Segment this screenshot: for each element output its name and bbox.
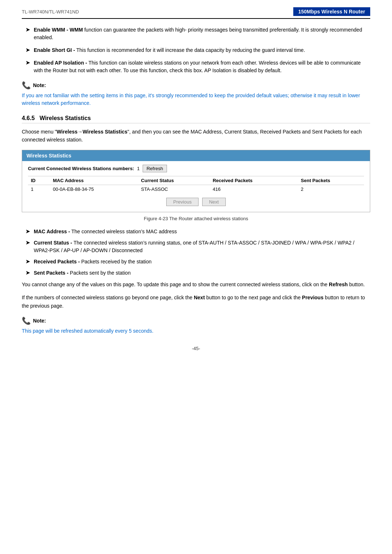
cell-mac: 00-0A-EB-88-34-75 — [50, 185, 138, 193]
desc-arrow-1: ➤ — [25, 228, 30, 235]
ws-nav-row: Previous Next — [28, 198, 364, 206]
refresh-button[interactable]: Refresh — [143, 165, 167, 172]
note-label-2: Note: — [33, 318, 46, 324]
bullet-arrow-2: ➤ — [25, 46, 30, 53]
bullet-term-2: Enable Short GI - — [34, 47, 75, 53]
bullet-item-gi: ➤ Enable Short GI - This function is rec… — [22, 46, 370, 54]
ws-table: ID MAC Address Current Status Received P… — [28, 176, 364, 193]
next-button[interactable]: Next — [202, 198, 226, 206]
desc-item-mac: ➤ MAC Address - The connected wireless s… — [22, 228, 370, 235]
table-header-row: ID MAC Address Current Status Received P… — [28, 176, 364, 185]
bullet-arrow-1: ➤ — [25, 26, 30, 33]
desc-arrow-3: ➤ — [25, 258, 30, 265]
col-recv-header: Received Packets — [210, 176, 298, 185]
table-row: 1 00-0A-EB-88-34-75 STA-ASSOC 416 2 — [28, 185, 364, 193]
body-para-1: You cannot change any of the values on t… — [22, 280, 370, 288]
bullet-section: ➤ Enable WMM - WMM function can guarante… — [22, 26, 370, 74]
col-status-header: Current Status — [138, 176, 210, 185]
note-header-1: 📞 Note: — [22, 81, 370, 90]
bullet-text-2: Enable Short GI - This function is recom… — [34, 46, 305, 54]
bullet-item-wmm: ➤ Enable WMM - WMM function can guarante… — [22, 26, 370, 41]
desc-item-recv: ➤ Received Packets - Packets received by… — [22, 258, 370, 266]
desc-item-status: ➤ Current Status - The connected wireles… — [22, 239, 370, 254]
header-left: TL-WR740N/TL-WR741ND — [22, 9, 79, 15]
cell-id: 1 — [28, 185, 50, 193]
desc-desc-3: Packets received by the station — [80, 259, 152, 264]
bullet-item-isolation: ➤ Enabled AP Isolation - This function c… — [22, 59, 370, 74]
note-text-2: This page will be refreshed automaticall… — [22, 327, 370, 335]
note-header-2: 📞 Note: — [22, 316, 370, 325]
desc-term-2: Current Status - — [34, 240, 72, 246]
bullet-desc-2: This function is recommended for it will… — [75, 47, 305, 53]
ws-stations-label: Current Connected Wireless Stations numb… — [28, 166, 134, 171]
desc-text-3: Received Packets - Packets received by t… — [34, 258, 152, 266]
desc-text-1: MAC Address - The connected wireless sta… — [34, 228, 177, 235]
intro-bold: Wireless→Wireless Statistics — [57, 129, 127, 135]
col-id-header: ID — [28, 176, 50, 185]
desc-arrow-4: ➤ — [25, 269, 30, 276]
section-intro: Choose menu "Wireless→Wireless Statistic… — [22, 128, 370, 144]
section-title: Wireless Statistics — [40, 115, 91, 121]
bold-previous: Previous — [302, 295, 323, 300]
bullet-term-3: Enabled AP Isolation - — [34, 60, 87, 66]
section-heading: 4.6.5 Wireless Statistics — [22, 115, 370, 123]
note-section-2: 📞 Note: This page will be refreshed auto… — [22, 316, 370, 335]
bold-next: Next — [194, 295, 205, 300]
ws-body: Current Connected Wireless Stations numb… — [22, 161, 370, 212]
desc-term-3: Received Packets - — [34, 259, 80, 264]
note-text-1: If you are not familiar with the setting… — [22, 92, 370, 107]
bullet-arrow-3: ➤ — [25, 59, 30, 66]
desc-desc-1: The connected wireless station’s MAC add… — [70, 229, 177, 234]
ws-box-header: Wireless Statistics — [22, 150, 370, 161]
header-right: 150Mbps Wireless N Router — [293, 7, 370, 16]
note-icon-2: 📞 — [22, 316, 31, 325]
page-number: -45- — [22, 346, 370, 351]
note-icon-1: 📞 — [22, 81, 31, 90]
note-label-1: Note: — [33, 82, 46, 88]
desc-desc-4: Packets sent by the station — [69, 270, 131, 276]
body-para-2: If the numbers of connected wireless sta… — [22, 294, 370, 310]
note-section-1: 📞 Note: If you are not familiar with the… — [22, 81, 370, 107]
col-mac-header: MAC Address — [50, 176, 138, 185]
previous-button[interactable]: Previous — [166, 198, 199, 206]
figure-caption: Figure 4-23 The Router attached wireless… — [22, 216, 370, 221]
bullet-text-3: Enabled AP Isolation - This function can… — [34, 59, 370, 74]
desc-term-4: Sent Packets - — [34, 270, 69, 276]
bold-refresh: Refresh — [329, 282, 348, 287]
desc-list: ➤ MAC Address - The connected wireless s… — [22, 228, 370, 277]
bullet-desc-1: function can guarantee the packets with … — [34, 27, 362, 40]
ws-stations-count: 1 — [137, 166, 139, 171]
desc-arrow-2: ➤ — [25, 239, 30, 246]
bullet-text-1: Enable WMM - WMM function can guarantee … — [34, 26, 370, 41]
page-header: TL-WR740N/TL-WR741ND 150Mbps Wireless N … — [22, 7, 370, 19]
desc-text-2: Current Status - The connected wireless … — [34, 239, 370, 254]
desc-text-4: Sent Packets - Packets sent by the stati… — [34, 269, 131, 277]
bullet-term-1: Enable WMM - WMM — [34, 27, 83, 33]
wireless-stats-box: Wireless Statistics Current Connected Wi… — [22, 150, 370, 212]
cell-status: STA-ASSOC — [138, 185, 210, 193]
cell-recv: 416 — [210, 185, 298, 193]
col-sent-header: Sent Packets — [298, 176, 364, 185]
ws-stations-row: Current Connected Wireless Stations numb… — [28, 165, 364, 172]
cell-sent: 2 — [298, 185, 364, 193]
desc-item-sent: ➤ Sent Packets - Packets sent by the sta… — [22, 269, 370, 277]
desc-desc-2: The connected wireless station’s running… — [34, 240, 354, 253]
desc-term-1: MAC Address - — [34, 229, 70, 234]
section-number: 4.6.5 — [22, 115, 35, 121]
